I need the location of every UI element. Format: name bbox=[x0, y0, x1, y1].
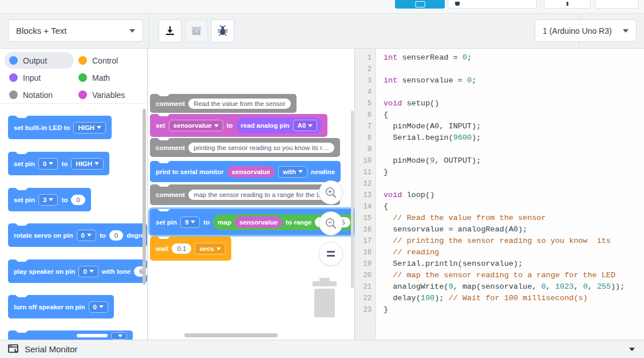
trash-dropzone[interactable] bbox=[308, 278, 341, 321]
block-label: set pin bbox=[156, 219, 177, 226]
category-label: Notation bbox=[23, 91, 53, 100]
view-mode-select[interactable]: Blocks + Text bbox=[8, 19, 143, 42]
block-set-variable[interactable]: setsensorvaluetoread analog pinA0 bbox=[150, 114, 327, 137]
serial-monitor-bar[interactable]: Serial Monitor bbox=[0, 340, 644, 358]
block-label: sensorvalue bbox=[239, 219, 278, 226]
high-dropdown[interactable]: HIGH bbox=[71, 158, 104, 170]
0-dropdown[interactable]: 0 bbox=[78, 266, 98, 277]
view-mode-label: Blocks + Text bbox=[16, 26, 67, 36]
block-label: to bbox=[100, 232, 106, 239]
block-set-pin-3[interactable]: set pin3to0 bbox=[8, 188, 91, 211]
code-line: 6{ bbox=[355, 109, 644, 121]
high-dropdown[interactable]: HIGH bbox=[73, 122, 106, 133]
value-dropdown[interactable] bbox=[111, 332, 127, 340]
line-number: 15 bbox=[355, 213, 376, 224]
editor-toolbar: Blocks + Text 1 (Arduino Uno R3) bbox=[0, 14, 644, 49]
block-print-serial[interactable]: print to serial monitorsensorvaluewithne… bbox=[150, 161, 341, 182]
line-number: 14 bbox=[355, 201, 376, 213]
value-field[interactable]: printing the sensor reading so you know … bbox=[188, 143, 334, 153]
block-comment-read[interactable]: commentRead the value from the sensor bbox=[150, 94, 297, 113]
block-comment-printing[interactable]: commentprinting the sensor reading so yo… bbox=[150, 138, 340, 157]
magenta-reporter[interactable]: sensorvalue bbox=[235, 217, 282, 228]
category-dot bbox=[9, 73, 18, 82]
block-label: to bbox=[203, 219, 210, 226]
dropdown-value: 0 bbox=[83, 268, 86, 275]
block-label: comment bbox=[156, 191, 185, 198]
zoom-in-button[interactable] bbox=[319, 180, 343, 204]
palette-scrollbar[interactable] bbox=[143, 109, 146, 285]
0-dropdown[interactable]: 0 bbox=[38, 158, 58, 170]
value-field[interactable]: Read the value from the sensor bbox=[188, 99, 290, 109]
magenta-reporter[interactable]: sensorvalue bbox=[227, 166, 275, 178]
code-line: 20 // map the sensor reading to a range … bbox=[355, 270, 644, 281]
code-text: Serial.println(sensorvalue); bbox=[376, 258, 523, 270]
category-input[interactable]: Input bbox=[5, 69, 74, 86]
block-comment-map[interactable]: commentmap the sensor reading to a range… bbox=[150, 184, 340, 205]
code-line: 8 Serial.begin(9600); bbox=[355, 132, 644, 144]
code-text: { bbox=[376, 109, 388, 121]
with-dropdown[interactable]: with bbox=[278, 166, 307, 178]
download-code-button[interactable] bbox=[159, 19, 181, 42]
block-play-speaker[interactable]: play speaker on pin0with tone6 bbox=[8, 259, 147, 283]
code-view: 1int senserRead = 0;23int sensorvalue = … bbox=[355, 52, 644, 316]
block-set-builtin-led[interactable]: set built-in LED toHIGH bbox=[8, 116, 112, 139]
palette-separator bbox=[0, 103, 147, 104]
value-field[interactable]: 0 bbox=[71, 195, 85, 205]
block-rotate-servo[interactable]: rotate servo on pin0to0degre bbox=[8, 223, 147, 247]
category-control[interactable]: Control bbox=[74, 52, 143, 69]
value-field[interactable] bbox=[77, 334, 108, 337]
category-label: Output bbox=[23, 56, 47, 65]
dropdown-value: with bbox=[283, 168, 296, 175]
0-dropdown[interactable]: 0 bbox=[77, 230, 96, 241]
partial-button-2[interactable] bbox=[544, 0, 591, 9]
partial-button-3[interactable] bbox=[595, 0, 639, 9]
zoom-reset-button[interactable] bbox=[319, 242, 343, 266]
sensorvalue-dropdown[interactable]: sensorvalue bbox=[169, 120, 223, 131]
code-line: 23} bbox=[355, 304, 644, 316]
active-view-button[interactable] bbox=[395, 0, 445, 9]
code-text bbox=[376, 144, 384, 155]
partial-button-1[interactable] bbox=[448, 0, 537, 9]
a0-dropdown[interactable]: A0 bbox=[293, 120, 318, 131]
value-field[interactable]: 0 bbox=[109, 230, 123, 241]
code-line: 4 bbox=[355, 86, 644, 98]
block-wait[interactable]: wait0.1secs bbox=[150, 237, 231, 261]
canvas-horizontal-scrollbar[interactable] bbox=[184, 333, 278, 337]
block-label: with tone bbox=[102, 268, 131, 275]
zoom-reset-icon bbox=[327, 251, 335, 257]
category-variables[interactable]: Variables bbox=[74, 86, 143, 103]
secs-dropdown[interactable]: secs bbox=[195, 243, 226, 254]
dropdown-value: 0 bbox=[93, 304, 97, 310]
code-text: // reading bbox=[376, 247, 439, 258]
purple-reporter[interactable]: read analog pinA0 bbox=[236, 117, 322, 133]
download-icon bbox=[164, 25, 176, 37]
board-select[interactable]: 1 (Arduino Uno R3) bbox=[535, 19, 637, 42]
category-dot bbox=[78, 56, 87, 65]
canvas-vertical-scrollbar[interactable] bbox=[351, 111, 354, 288]
archive-button[interactable] bbox=[185, 19, 208, 42]
code-line: 9 bbox=[355, 144, 644, 155]
category-notation[interactable]: Notation bbox=[5, 86, 74, 103]
category-math[interactable]: Math bbox=[74, 69, 143, 86]
chevron-down-icon bbox=[89, 270, 94, 273]
code-text bbox=[376, 178, 384, 190]
debug-button[interactable] bbox=[211, 19, 234, 42]
chevron-down-icon bbox=[118, 335, 123, 337]
value-field[interactable]: map the sensor reading to a range for th… bbox=[188, 190, 334, 200]
block-turn-off-speaker[interactable]: turn off speaker on pin0 bbox=[8, 295, 114, 318]
chevron-down-icon bbox=[191, 221, 195, 223]
category-output[interactable]: Output bbox=[5, 52, 74, 69]
9-dropdown[interactable]: 9 bbox=[180, 217, 200, 228]
value-field[interactable]: 0.1 bbox=[172, 243, 191, 254]
board-select-label: 1 (Arduino Uno R3) bbox=[543, 26, 612, 36]
block-set-pin-0[interactable]: set pin0toHIGH bbox=[8, 152, 109, 175]
block-label: set pin bbox=[14, 160, 35, 167]
blocks-canvas[interactable]: commentRead the value from the sensorset… bbox=[148, 49, 355, 340]
dropdown-value: HIGH bbox=[78, 124, 94, 131]
3-dropdown[interactable]: 3 bbox=[38, 194, 58, 206]
block-clipped-block[interactable] bbox=[8, 331, 133, 340]
0-dropdown[interactable]: 0 bbox=[89, 301, 108, 313]
zoom-out-button[interactable] bbox=[319, 211, 343, 235]
toolbar-divider bbox=[148, 14, 149, 48]
block-label: rotate servo on pin bbox=[14, 232, 73, 239]
